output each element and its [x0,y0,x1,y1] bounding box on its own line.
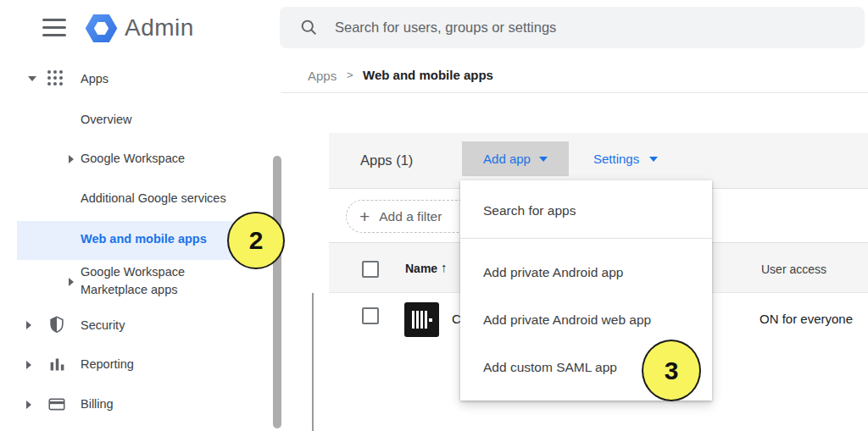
sidebar-item-additional-google-services[interactable]: Additional Google services [81,191,226,205]
add-app-label: Add app [483,152,531,166]
menu-button[interactable] [42,19,66,37]
menu-item-add-private-android-web-app[interactable]: Add private Android web app [460,301,712,339]
breadcrumb-separator-icon: > [347,69,353,81]
product-name: Admin [125,14,194,41]
chevron-down-icon [649,157,658,162]
hamburger-icon [42,34,66,36]
chevron-right-icon [26,321,31,329]
bar-chart-icon [48,356,66,373]
sidebar-item-billing[interactable]: Billing [81,397,114,411]
breadcrumb-current: Web and mobile apps [363,68,493,82]
annotation-step-3: 3 [642,340,701,401]
user-access-cell: ON for everyone [760,312,853,326]
add-filter-label: Add a filter [379,209,442,224]
global-search[interactable] [280,7,865,48]
add-app-button[interactable]: Add app [462,141,569,176]
chevron-right-icon [26,361,31,369]
column-header-name[interactable]: Name [405,262,437,275]
chevron-right-icon [26,401,31,409]
sidebar-item-overview[interactable]: Overview [81,113,131,126]
chevron-right-icon [69,155,74,163]
search-icon [300,19,318,36]
chevron-down-icon [28,76,36,81]
admin-console-screen: Admin Apps > Web and mobile apps Apps Ov… [0,0,868,431]
menu-item-add-private-android-app[interactable]: Add private Android app [460,254,712,291]
sidebar-item-google-workspace[interactable]: Google Workspace [81,152,185,165]
apps-grid-icon [47,70,63,86]
sidebar-item-marketplace-apps[interactable]: Google Workspace Marketplace apps [81,263,231,299]
apps-count-title: Apps (1) [360,133,413,188]
sidebar-scrollbar[interactable] [273,156,281,428]
sort-ascending-icon[interactable]: ↑ [441,260,448,274]
credit-card-icon [47,395,66,413]
breadcrumb-parent[interactable]: Apps [308,69,337,83]
header-divider [281,92,868,93]
search-input[interactable] [335,19,810,36]
menu-item-search-for-apps[interactable]: Search for apps [460,192,712,229]
settings-label: Settings [593,152,639,166]
chevron-right-icon [69,278,74,286]
row-checkbox[interactable] [362,307,379,324]
sidebar-item-web-and-mobile-apps[interactable]: Web and mobile apps [81,232,207,246]
settings-button[interactable]: Settings [593,141,658,176]
annotation-step-2: 2 [227,212,285,269]
hamburger-icon [42,26,66,29]
chevron-down-icon [539,157,548,162]
content-left-border [312,293,314,431]
sidebar-item-apps[interactable]: Apps [81,72,108,86]
sidebar-item-security[interactable]: Security [81,318,125,332]
google-admin-logo-icon [83,10,120,47]
hamburger-icon [42,19,66,21]
app-logo-icon [404,302,439,337]
select-all-checkbox[interactable] [362,261,379,278]
column-header-user-access[interactable]: User access [761,262,826,276]
plus-icon: + [359,207,370,225]
menu-divider [460,238,712,239]
sidebar-item-reporting[interactable]: Reporting [81,357,134,371]
shield-icon [47,315,66,334]
